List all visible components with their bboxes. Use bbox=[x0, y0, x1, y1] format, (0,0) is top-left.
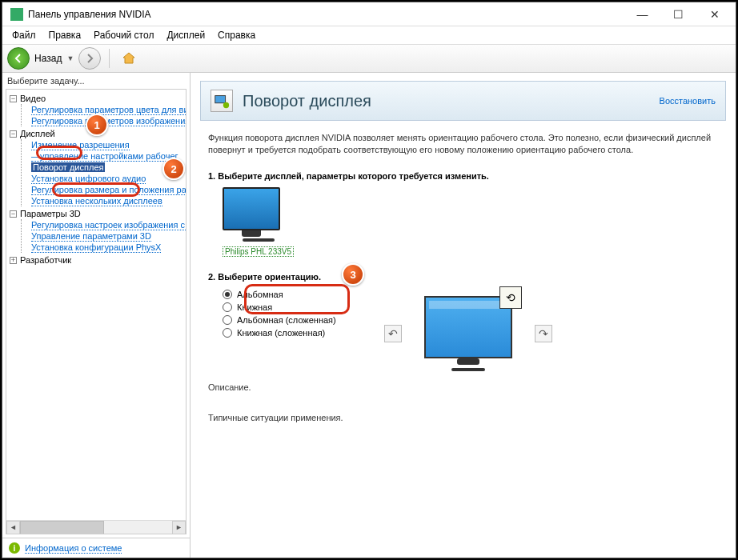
tree-item[interactable]: Установка нескольких дисплеев bbox=[30, 195, 186, 206]
menu-desktop[interactable]: Рабочий стол bbox=[89, 28, 158, 42]
rotate-display-icon bbox=[211, 90, 233, 112]
scroll-track[interactable] bbox=[20, 521, 172, 534]
display-selector[interactable]: Philips PHL 233V5 bbox=[223, 187, 294, 258]
horizontal-scrollbar[interactable]: ◄ ► bbox=[6, 520, 186, 534]
rotate-badge-icon: ⟲ bbox=[499, 286, 522, 309]
restore-link[interactable]: Восстановить bbox=[660, 96, 716, 106]
svg-rect-0 bbox=[215, 96, 226, 103]
step1-heading: 1. Выберите дисплей, параметры которого … bbox=[208, 171, 718, 181]
nav-separator bbox=[109, 49, 110, 68]
tree-item[interactable]: Установка конфигурации PhysX bbox=[30, 242, 186, 253]
tree-group-developer: + Разработчик bbox=[10, 254, 186, 266]
arrow-left-icon bbox=[13, 53, 24, 64]
monitor-icon bbox=[223, 187, 280, 230]
tree-header-developer[interactable]: + Разработчик bbox=[10, 254, 186, 266]
page-title: Поворот дисплея bbox=[243, 92, 660, 110]
back-dropdown-icon[interactable]: ▼ bbox=[66, 54, 74, 62]
window-root: Панель управления NVIDIA — ☐ ✕ Файл Прав… bbox=[2, 2, 736, 558]
tree-item-rotate-display[interactable]: Поворот дисплея bbox=[30, 162, 186, 173]
description-heading: Описание. bbox=[208, 382, 718, 392]
tree-item[interactable]: Регулировка размера и положения рабо bbox=[30, 184, 186, 195]
radio-icon bbox=[223, 328, 232, 338]
radio-icon bbox=[223, 290, 232, 299]
menubar: Файл Правка Рабочий стол Дисплей Справка bbox=[2, 26, 736, 44]
collapse-icon[interactable]: − bbox=[10, 210, 17, 218]
titlebar[interactable]: Панель управления NVIDIA — ☐ ✕ bbox=[2, 2, 736, 26]
rotate-cw-button[interactable]: ↷ bbox=[535, 325, 552, 342]
task-tree[interactable]: − Видео Регулировка параметров цвета для… bbox=[6, 89, 187, 534]
tree-header-3d[interactable]: − Параметры 3D bbox=[10, 208, 186, 219]
svg-point-1 bbox=[223, 102, 229, 108]
tree-item[interactable]: Управление параметрами 3D bbox=[30, 230, 186, 242]
radio-landscape-flipped[interactable]: Альбомная (сложенная) bbox=[223, 314, 336, 326]
monitor-label: Philips PHL 233V5 bbox=[223, 246, 294, 257]
window-title: Панель управления NVIDIA bbox=[28, 9, 624, 20]
scroll-thumb[interactable] bbox=[20, 521, 104, 534]
radio-landscape[interactable]: Альбомная bbox=[223, 288, 336, 301]
scroll-left-button[interactable]: ◄ bbox=[6, 521, 20, 534]
sidebar-footer: i Информация о системе bbox=[2, 538, 190, 558]
expand-icon[interactable]: + bbox=[10, 257, 17, 264]
tree-header-display[interactable]: − Дисплей bbox=[10, 128, 186, 139]
orientation-preview: ↶ ⟲ ↷ bbox=[384, 296, 552, 371]
close-button[interactable]: ✕ bbox=[696, 3, 732, 26]
maximize-button[interactable]: ☐ bbox=[660, 3, 696, 26]
back-label: Назад bbox=[34, 53, 62, 64]
preview-monitor-icon: ⟲ bbox=[424, 296, 512, 358]
tree-item[interactable]: Регулировка параметров изображения д bbox=[30, 115, 186, 126]
collapse-icon[interactable]: − bbox=[10, 95, 17, 102]
orientation-radio-group: Альбомная Книжная Альбомная (сложенная) … bbox=[223, 288, 336, 339]
page-header: Поворот дисплея Восстановить bbox=[200, 81, 726, 121]
radio-icon bbox=[223, 315, 232, 325]
content-area: Поворот дисплея Восстановить Функция пов… bbox=[191, 73, 736, 558]
step2-heading: 2. Выберите ориентацию. bbox=[208, 272, 718, 282]
tree-group-display: − Дисплей Изменение разрешения —управлен… bbox=[10, 128, 186, 206]
menu-display[interactable]: Дисплей bbox=[162, 28, 210, 42]
scroll-right-button[interactable]: ► bbox=[172, 521, 186, 534]
info-icon: i bbox=[9, 542, 20, 554]
typical-heading: Типичные ситуации применения. bbox=[208, 413, 718, 422]
home-button[interactable] bbox=[118, 47, 140, 70]
menu-help[interactable]: Справка bbox=[213, 28, 260, 42]
navbar: Назад ▼ bbox=[2, 44, 736, 73]
forward-button[interactable] bbox=[78, 47, 101, 70]
tree-group-3d: − Параметры 3D Регулировка настроек изоб… bbox=[10, 208, 186, 253]
collapse-icon[interactable]: − bbox=[10, 130, 17, 138]
preview-stand-icon bbox=[451, 368, 485, 371]
menu-edit[interactable]: Правка bbox=[44, 28, 86, 42]
arrow-right-icon bbox=[84, 53, 95, 64]
monitor-stand-icon bbox=[243, 238, 275, 242]
sidebar: Выберите задачу... − Видео Регулировка п… bbox=[2, 73, 191, 558]
radio-portrait-flipped[interactable]: Книжная (сложенная) bbox=[223, 326, 336, 339]
system-info-link[interactable]: Информация о системе bbox=[25, 543, 122, 554]
radio-icon bbox=[223, 302, 232, 312]
nvidia-icon bbox=[10, 8, 23, 21]
tree-header-video[interactable]: − Видео bbox=[10, 93, 186, 104]
tree-item[interactable]: —управление настройками рабочег bbox=[30, 150, 186, 162]
minimize-button[interactable]: — bbox=[624, 3, 660, 26]
home-icon bbox=[121, 50, 137, 66]
radio-portrait[interactable]: Книжная bbox=[223, 301, 336, 314]
tree-item[interactable]: Регулировка параметров цвета для вид bbox=[30, 104, 186, 115]
menu-file[interactable]: Файл bbox=[7, 28, 41, 42]
tree-item[interactable]: Изменение разрешения bbox=[30, 139, 186, 150]
tree-item[interactable]: Установка цифрового аудио bbox=[30, 173, 186, 184]
page-description: Функция поворота дисплея NVIDIA позволяе… bbox=[208, 132, 718, 157]
tree-item[interactable]: Регулировка настроек изображения с п bbox=[30, 219, 186, 230]
tree-group-video: − Видео Регулировка параметров цвета для… bbox=[10, 93, 186, 126]
sidebar-prompt: Выберите задачу... bbox=[2, 73, 190, 89]
rotate-ccw-button[interactable]: ↶ bbox=[384, 325, 402, 342]
back-button[interactable] bbox=[7, 47, 30, 70]
